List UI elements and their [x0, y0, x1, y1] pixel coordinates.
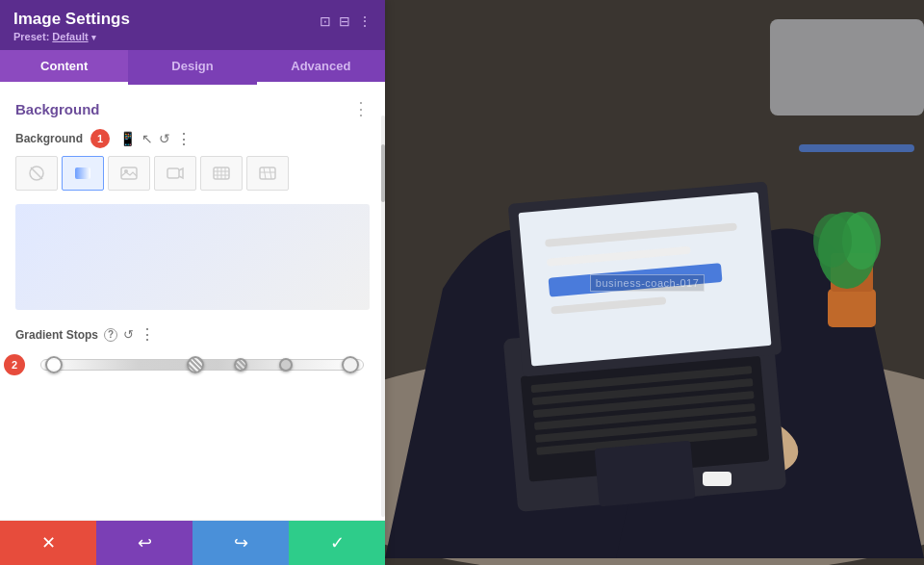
badge-2: 2 [4, 354, 25, 375]
gradient-reset-icon[interactable]: ↺ [123, 327, 134, 342]
type-video-btn[interactable] [154, 156, 196, 191]
gradient-slider-container: 2 [15, 351, 370, 378]
redo-button[interactable]: ↪ [192, 521, 289, 565]
gradient-more-icon[interactable]: ⋮ [140, 325, 155, 344]
svg-rect-2 [75, 167, 90, 179]
gradient-handle-right[interactable] [342, 356, 359, 373]
type-pattern-btn[interactable] [200, 156, 243, 191]
svg-rect-12 [260, 167, 275, 179]
columns-icon[interactable]: ⊟ [339, 13, 350, 29]
gradient-label: Gradient Stops [15, 328, 98, 342]
panel-preset: Preset: Default ▾ [13, 31, 130, 42]
scroll-indicator[interactable] [381, 116, 385, 517]
svg-rect-26 [595, 441, 696, 506]
section-menu-icon[interactable]: ⋮ [352, 98, 370, 119]
type-gradient-btn[interactable] [62, 156, 104, 191]
svg-rect-40 [703, 472, 732, 486]
gradient-handle-left[interactable] [45, 356, 63, 373]
svg-line-1 [31, 167, 42, 179]
type-row [0, 154, 385, 198]
panel-title: Image Settings [13, 10, 130, 29]
background-row: Background 1 📱 ↖ ↺ ⋮ [0, 125, 385, 154]
svg-rect-39 [799, 144, 914, 152]
section-header: Background ⋮ [0, 85, 385, 125]
panel-header-left: Image Settings Preset: Default ▾ [13, 10, 130, 42]
gradient-handle-mid[interactable] [187, 356, 204, 373]
panel-body: Background ⋮ Background 1 📱 ↖ ↺ ⋮ [0, 85, 385, 520]
gradient-handle-dots1[interactable] [234, 358, 247, 372]
badge-1: 1 [90, 129, 110, 148]
tab-advanced[interactable]: Advanced [257, 50, 385, 85]
gradient-section: Gradient Stops ? ↺ ⋮ 2 [0, 321, 385, 386]
background-label: Background [15, 132, 83, 145]
photo-panel: business-coach-017 [385, 0, 924, 565]
expand-icon[interactable]: ⊡ [320, 13, 331, 29]
panel-header: Image Settings Preset: Default ▾ ⊡ ⊟ ⋮ [0, 0, 385, 50]
gradient-handle-dots2[interactable] [279, 358, 293, 372]
cancel-button[interactable]: ✕ [0, 521, 96, 565]
more-icon[interactable]: ⋮ [358, 13, 372, 29]
save-button[interactable]: ✓ [289, 521, 385, 565]
svg-rect-38 [770, 19, 924, 116]
tab-design[interactable]: Design [128, 50, 256, 85]
photo-watermark: business-coach-017 [590, 274, 705, 292]
help-icon[interactable]: ? [104, 328, 117, 342]
gradient-slider[interactable] [40, 351, 364, 378]
svg-point-37 [813, 214, 852, 268]
svg-rect-33 [828, 289, 876, 327]
tab-content[interactable]: Content [0, 50, 128, 85]
settings-panel: Image Settings Preset: Default ▾ ⊡ ⊟ ⋮ C… [0, 0, 385, 565]
type-map-btn[interactable] [246, 156, 289, 191]
reset-icon[interactable]: ↺ [159, 131, 170, 146]
gradient-track [40, 359, 364, 371]
bg-icons: 📱 ↖ ↺ ⋮ [119, 130, 192, 148]
panel-footer: ✕ ↩ ↪ ✓ [0, 520, 385, 565]
mobile-icon[interactable]: 📱 [119, 131, 136, 146]
svg-rect-5 [167, 168, 179, 178]
type-none-btn[interactable] [15, 156, 58, 191]
preview-area [15, 204, 370, 310]
scroll-thumb [381, 144, 385, 202]
bg-more-icon[interactable]: ⋮ [176, 130, 192, 148]
photo-background: business-coach-017 [385, 0, 924, 565]
cursor-icon[interactable]: ↖ [141, 131, 153, 146]
tabs: Content Design Advanced [0, 50, 385, 85]
undo-button[interactable]: ↩ [96, 521, 192, 565]
type-image-btn[interactable] [108, 156, 150, 191]
section-title: Background [15, 101, 100, 117]
panel-header-icons: ⊡ ⊟ ⋮ [320, 13, 372, 29]
gradient-label-row: Gradient Stops ? ↺ ⋮ [15, 325, 370, 344]
